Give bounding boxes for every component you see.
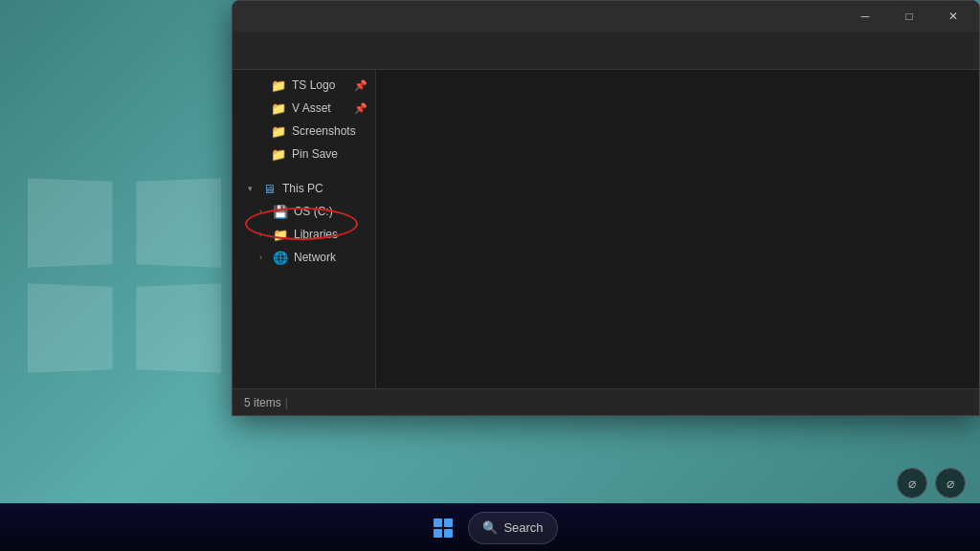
start-button[interactable] [422, 507, 464, 549]
sidebar-item-label: This PC [282, 182, 323, 195]
sidebar: 📁 TS Logo 📌 📁 V Asset 📌 📁 Screenshots [233, 70, 376, 388]
folder-icon: 📁 [271, 123, 286, 139]
sidebar-item-label: V Asset [292, 101, 331, 115]
maximize-button[interactable]: □ [887, 1, 931, 32]
headphones-glyph: ⌀ [908, 475, 916, 491]
sidebar-item-libraries[interactable]: › 📁 Libraries [233, 223, 375, 246]
sidebar-item-v-asset[interactable]: 📁 V Asset 📌 [233, 97, 375, 120]
windows-logo-icon [434, 518, 453, 538]
sidebar-item-screenshots[interactable]: 📁 Screenshots [233, 120, 375, 143]
chevron-right-icon: › [259, 230, 269, 239]
folder-icon: 📁 [271, 146, 286, 162]
explorer-body: 📁 TS Logo 📌 📁 V Asset 📌 📁 Screenshots [233, 70, 979, 388]
chevron-right-icon: › [259, 253, 269, 262]
pin-icon: 📌 [354, 79, 368, 92]
corner-icons-area: ⌀ ⌀ [897, 468, 966, 498]
search-icon: 🔍 [482, 520, 498, 535]
folder-icon: 📁 [271, 100, 286, 116]
search-button[interactable]: 🔍 Search [468, 512, 557, 544]
headphones-icon[interactable]: ⌀ [897, 468, 927, 498]
sidebar-item-ts-logo[interactable]: 📁 TS Logo 📌 [233, 74, 375, 97]
folder-icon: 📁 [273, 227, 288, 242]
main-content [376, 70, 979, 388]
sidebar-item-label: OS (C:) [294, 205, 333, 218]
computer-icon: 🖥 [261, 181, 277, 196]
desktop: ─ □ ✕ 📁 TS Logo 📌 📁 V Asset 📌 [0, 0, 980, 551]
sidebar-item-label: Screenshots [292, 124, 356, 138]
toolbar [233, 32, 979, 70]
sidebar-item-pin-save[interactable]: 📁 Pin Save [233, 143, 375, 165]
folder-icon: 📁 [271, 77, 286, 93]
drive-icon: 💾 [273, 204, 288, 219]
close-button[interactable]: ✕ [931, 1, 975, 32]
sidebar-item-this-pc[interactable]: ▾ 🖥 This PC [233, 177, 375, 200]
sidebar-item-label: TS Logo [292, 78, 335, 92]
sidebar-item-network[interactable]: › 🌐 Network [233, 246, 375, 269]
status-bar: 5 items | [233, 388, 979, 415]
minimize-button[interactable]: ─ [843, 1, 887, 32]
sidebar-item-label: Pin Save [292, 147, 338, 161]
speaker-glyph: ⌀ [947, 475, 954, 491]
windows-logo-watermark [29, 180, 220, 371]
taskbar: 🔍 Search [0, 503, 980, 551]
speaker-icon[interactable]: ⌀ [935, 468, 966, 498]
search-label: Search [503, 520, 543, 535]
title-bar: ─ □ ✕ [233, 1, 979, 32]
separator: | [285, 396, 288, 409]
sidebar-item-os-c[interactable]: › 💾 OS (C:) [233, 200, 375, 223]
sidebar-item-label: Libraries [294, 228, 338, 241]
chevron-down-icon: ▾ [248, 184, 257, 193]
explorer-window: ─ □ ✕ 📁 TS Logo 📌 📁 V Asset 📌 [232, 0, 980, 416]
pin-icon: 📌 [354, 102, 368, 115]
chevron-right-icon: › [259, 207, 269, 216]
network-icon: 🌐 [273, 250, 288, 265]
sidebar-item-label: Network [294, 251, 336, 264]
taskbar-center: 🔍 Search [422, 507, 557, 549]
item-count: 5 items [244, 396, 281, 409]
